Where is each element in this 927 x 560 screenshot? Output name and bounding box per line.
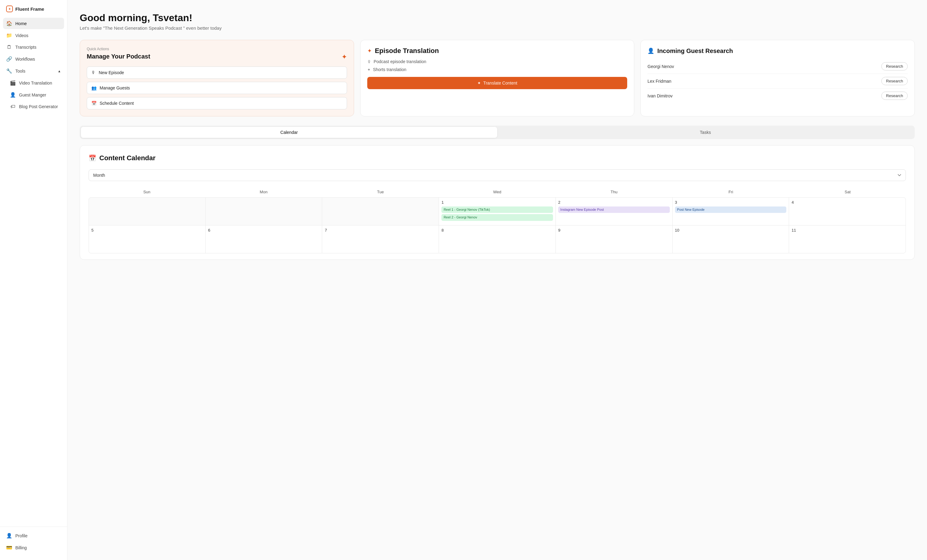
cal-cell-3[interactable]: 3 Post New Episode xyxy=(673,197,789,225)
manage-guests-button[interactable]: 👥 Manage Guests xyxy=(87,82,347,94)
guest-manager-icon: 👤 xyxy=(10,92,16,98)
day-header-mon: Mon xyxy=(205,187,322,197)
cal-date-9: 9 xyxy=(558,228,670,232)
cal-cell-9[interactable]: 9 xyxy=(556,226,672,253)
cal-cell-2[interactable]: 2 Instagram New Episode Post xyxy=(556,197,672,225)
sidebar-label-transcripts: Transcripts xyxy=(15,45,36,50)
day-header-wed: Wed xyxy=(439,187,555,197)
guest-name-0: Georgi Nenov xyxy=(647,64,674,69)
shorts-icon: ✦ xyxy=(367,67,371,72)
home-icon: 🏠 xyxy=(6,21,12,26)
calendar-grid: Sun Mon Tue Wed Thu Fri Sat 1 Reel 1 - G… xyxy=(88,187,906,253)
sidebar-item-videos[interactable]: 📁 Videos xyxy=(3,30,64,41)
tab-tasks[interactable]: Tasks xyxy=(497,127,913,138)
sidebar-item-tools[interactable]: 🔧 Tools ▲ xyxy=(3,65,64,77)
new-episode-button[interactable]: 🎙 New Episode xyxy=(87,67,347,79)
quick-actions-label: Quick Actions xyxy=(87,47,347,51)
episode-translation-card: ✦ Episode Translation 🎙 Podcast episode … xyxy=(360,40,635,117)
sidebar-label-videos: Videos xyxy=(15,33,29,38)
research-button-2[interactable]: Research xyxy=(881,92,908,100)
cal-date-10: 10 xyxy=(675,228,787,232)
logo-icon: ✦ xyxy=(6,6,13,12)
sidebar-item-billing[interactable]: 💳 Billing xyxy=(3,542,64,553)
month-select[interactable]: Day Week Month xyxy=(88,169,906,181)
greeting-title: Good morning, Tsvetan! xyxy=(80,12,915,24)
month-select-wrap: Day Week Month xyxy=(88,169,906,181)
guest-row-0: Georgi Nenov Research xyxy=(647,59,908,74)
blog-post-icon: 🏷 xyxy=(10,104,16,109)
sidebar-item-profile[interactable]: 👤 Profile xyxy=(3,530,64,541)
tab-calendar[interactable]: Calendar xyxy=(81,127,497,138)
workflows-icon: 🔗 xyxy=(6,56,12,62)
podcast-icon: 🎙 xyxy=(367,59,371,64)
sidebar-item-blog-post[interactable]: 🏷 Blog Post Generator xyxy=(3,101,64,112)
sidebar-label-home: Home xyxy=(15,21,27,26)
cal-date-6: 6 xyxy=(208,228,320,232)
shorts-translation-label: Shorts translation xyxy=(373,67,406,72)
day-header-tue: Tue xyxy=(322,187,439,197)
cal-event-reel2[interactable]: Reel 2 - Georgi Nenov xyxy=(441,214,553,220)
sidebar-item-guest-manager[interactable]: 👤 Guest Manger xyxy=(3,89,64,100)
quick-action-buttons: 🎙 New Episode 👥 Manage Guests 📅 Schedule… xyxy=(87,67,347,109)
cal-date-8: 8 xyxy=(441,228,553,232)
calendar-title-icon: 📅 xyxy=(88,155,96,162)
guest-name-2: Ivan Dimitrov xyxy=(647,93,673,98)
cal-date-4: 4 xyxy=(792,200,903,205)
guests-icon: 👥 xyxy=(91,85,97,90)
cal-date-7: 7 xyxy=(325,228,436,232)
tools-icon: 🔧 xyxy=(6,68,12,74)
day-header-sat: Sat xyxy=(789,187,906,197)
transcripts-icon: 🗒 xyxy=(6,44,12,50)
guest-row-1: Lex Fridman Research xyxy=(647,74,908,88)
cal-cell-1[interactable]: 1 Reel 1 - Georgi Nenov (TikTok) Reel 2 … xyxy=(439,197,555,225)
translation-items: 🎙 Podcast episode translation ✦ Shorts t… xyxy=(367,59,628,72)
research-button-1[interactable]: Research xyxy=(881,77,908,85)
cal-event-instagram[interactable]: Instagram New Episode Post xyxy=(558,206,670,213)
sidebar-item-transcripts[interactable]: 🗒 Transcripts xyxy=(3,42,64,53)
sidebar-label-profile: Profile xyxy=(15,533,27,538)
sidebar-item-video-translation[interactable]: 🎬 Video Translation xyxy=(3,77,64,88)
cards-row: Quick Actions Manage Your Podcast ✦ 🎙 Ne… xyxy=(80,40,915,117)
cal-cell-empty-2[interactable] xyxy=(322,197,439,225)
sidebar-item-workflows[interactable]: 🔗 Workflows xyxy=(3,53,64,65)
cal-cell-6[interactable]: 6 xyxy=(206,226,322,253)
research-button-0[interactable]: Research xyxy=(881,62,908,70)
sidebar-label-video-translation: Video Translation xyxy=(19,80,52,85)
calendar-icon: 📅 xyxy=(91,101,97,106)
chevron-up-icon: ▲ xyxy=(58,69,61,73)
videos-icon: 📁 xyxy=(6,32,12,38)
spark-icon: ✦ xyxy=(342,53,347,61)
cal-cell-empty-1[interactable] xyxy=(206,197,322,225)
tabs-bar: Calendar Tasks xyxy=(80,126,915,139)
cal-cell-empty-0[interactable] xyxy=(89,197,205,225)
translate-button[interactable]: ✦ Translate Content xyxy=(367,77,628,89)
sidebar-bottom: 👤 Profile 💳 Billing xyxy=(0,527,67,560)
cal-cell-7[interactable]: 7 xyxy=(322,226,439,253)
manage-guests-label: Manage Guests xyxy=(100,85,130,90)
cal-cell-5[interactable]: 5 xyxy=(89,226,205,253)
schedule-content-label: Schedule Content xyxy=(100,101,134,106)
app-name: Fluent Frame xyxy=(15,6,44,12)
guest-list: Georgi Nenov Research Lex Fridman Resear… xyxy=(647,59,908,103)
cal-cell-8[interactable]: 8 xyxy=(439,226,555,253)
sidebar-nav: 🏠 Home 📁 Videos 🗒 Transcripts 🔗 Workflow… xyxy=(0,17,67,527)
cal-cell-10[interactable]: 10 xyxy=(673,226,789,253)
cal-date-2: 2 xyxy=(558,200,670,205)
cal-cell-4[interactable]: 4 xyxy=(789,197,906,225)
sidebar-label-tools: Tools xyxy=(15,68,26,73)
guest-row-2: Ivan Dimitrov Research xyxy=(647,88,908,103)
cal-cell-11[interactable]: 11 xyxy=(789,226,906,253)
guest-research-card: 👤 Incoming Guest Research Georgi Nenov R… xyxy=(640,40,915,117)
cal-event-reel1[interactable]: Reel 1 - Georgi Nenov (TikTok) xyxy=(441,206,553,213)
calendar-body: 1 Reel 1 - Georgi Nenov (TikTok) Reel 2 … xyxy=(88,197,906,253)
translate-btn-icon: ✦ xyxy=(477,80,481,85)
schedule-content-button[interactable]: 📅 Schedule Content xyxy=(87,97,347,109)
cal-date-5: 5 xyxy=(91,228,203,232)
guest-name-1: Lex Fridman xyxy=(647,79,671,83)
main-content: Good morning, Tsvetan! Let's make "The N… xyxy=(67,0,927,560)
translation-spark-icon: ✦ xyxy=(367,47,372,54)
billing-icon: 💳 xyxy=(6,545,12,551)
sidebar-label-billing: Billing xyxy=(15,545,27,550)
cal-event-post-new-episode[interactable]: Post New Episode xyxy=(675,206,787,213)
sidebar-item-home[interactable]: 🏠 Home xyxy=(3,18,64,29)
